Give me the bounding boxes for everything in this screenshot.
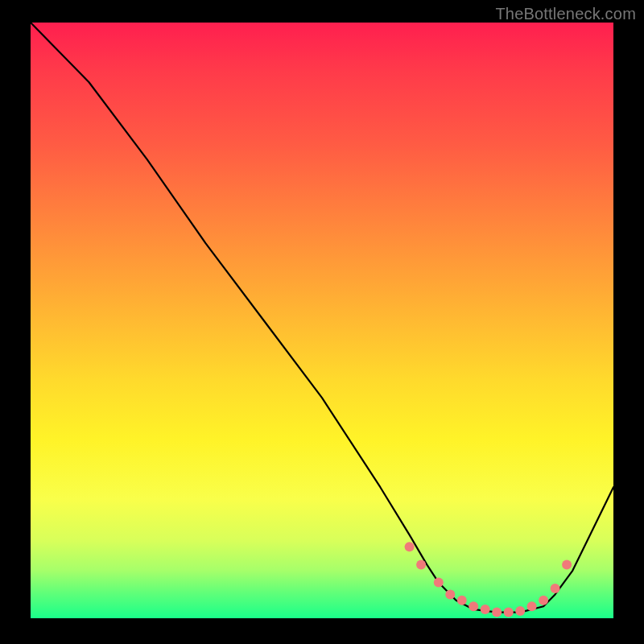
marker-dot [416, 559, 426, 569]
chart-svg [31, 23, 613, 618]
marker-dot [469, 601, 478, 611]
marker-dot [481, 605, 490, 614]
marker-dot [504, 608, 514, 617]
plot-area [31, 23, 613, 618]
marker-dot [445, 589, 455, 599]
marker-dot [515, 606, 525, 616]
marker-dot [539, 596, 548, 605]
marker-dot [551, 584, 560, 593]
marker-layer [405, 542, 572, 617]
bottleneck-curve [31, 23, 613, 613]
watermark-text: TheBottleneck.com [495, 5, 636, 23]
chart-frame: TheBottleneck.com [0, 0, 644, 644]
marker-dot [492, 608, 502, 617]
marker-dot [527, 601, 537, 611]
marker-dot [562, 559, 572, 569]
marker-dot [405, 542, 415, 551]
marker-dot [457, 596, 467, 605]
marker-dot [434, 578, 444, 588]
